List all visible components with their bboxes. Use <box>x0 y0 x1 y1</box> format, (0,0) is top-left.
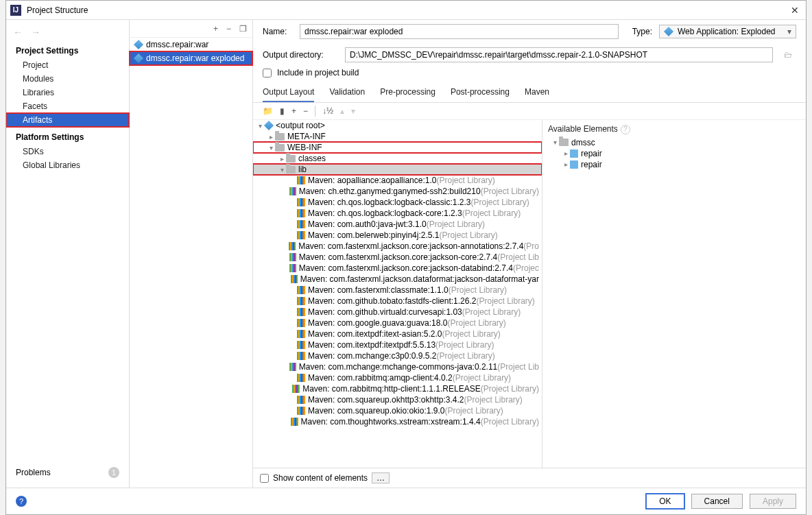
tree-root[interactable]: ▾ <output root> <box>253 120 542 131</box>
lib-name: Maven: com.itextpdf:itextpdf:5.5.13 <box>308 340 435 350</box>
tree-lib-item[interactable]: Maven: com.belerweb:pinyin4j:2.5.1 (Proj… <box>253 230 542 241</box>
tree-lib-item[interactable]: Maven: com.mchange:c3p0:0.9.5.2 (Project… <box>253 350 542 361</box>
tab-postprocessing[interactable]: Post-processing <box>451 84 510 102</box>
sidebar-item-facets[interactable]: Facets <box>6 99 129 113</box>
tab-output-layout[interactable]: Output Layout <box>263 84 314 102</box>
sort-icon[interactable]: ↓½ <box>322 106 333 116</box>
library-icon <box>289 363 296 371</box>
forward-icon[interactable]: → <box>31 27 40 38</box>
show-content-checkbox[interactable] <box>260 474 269 483</box>
library-icon <box>297 319 305 327</box>
name-input[interactable] <box>300 24 619 39</box>
remove-content-icon[interactable]: − <box>303 106 308 116</box>
sidebar-item-global-libraries[interactable]: Global Libraries <box>6 158 129 172</box>
type-select[interactable]: Web Application: Exploded ▾ <box>659 25 796 38</box>
tree-lib-item[interactable]: Maven: com.rabbitmq:http-client:1.1.1.RE… <box>253 383 542 394</box>
add-content-icon[interactable]: + <box>291 106 296 116</box>
help-button[interactable]: ? <box>16 496 27 507</box>
up-icon[interactable]: ▴ <box>340 106 344 116</box>
chevron-down-icon: ▾ <box>787 27 791 36</box>
tree-lib-item[interactable]: Maven: com.google.guava:guava:18.0 (Proj… <box>253 318 542 328</box>
artifact-detail-panel: Name: Type: Web Application: Exploded ▾ … <box>253 20 806 488</box>
lib-suffix: (Project Library) <box>444 406 503 416</box>
browse-folder-icon[interactable]: 🗁 <box>780 50 796 60</box>
back-icon[interactable]: ← <box>13 27 23 38</box>
lib-suffix: (Project Lib <box>497 252 539 262</box>
library-icon <box>297 308 305 316</box>
lib-name: Maven: com.rabbitmq:http-client:1.1.1.RE… <box>302 384 480 394</box>
settings-sidebar: ← → Project Settings Project Modules Lib… <box>6 20 130 488</box>
library-icon <box>297 286 305 294</box>
lib-suffix: (Project Library) <box>427 219 485 229</box>
remove-icon[interactable]: − <box>226 24 231 34</box>
avail-root[interactable]: ▾dmssc <box>548 137 800 148</box>
tree-lib-item[interactable]: Maven: com.itextpdf:itextpdf:5.5.13 (Pro… <box>253 339 542 350</box>
tree-lib-item[interactable]: Maven: com.github.tobato:fastdfs-client:… <box>253 296 542 307</box>
tab-maven[interactable]: Maven <box>525 84 549 102</box>
tree-lib-item[interactable]: Maven: com.squareup.okio:okio:1.9.0 (Pro… <box>253 405 542 416</box>
tab-validation[interactable]: Validation <box>329 84 365 102</box>
include-checkbox[interactable] <box>263 69 272 77</box>
module-icon <box>570 160 578 169</box>
down-icon[interactable]: ▾ <box>351 106 355 116</box>
apply-button[interactable]: Apply <box>750 494 796 509</box>
tree-webinf[interactable]: ▾WEB-INF <box>253 142 542 153</box>
tree-lib-item[interactable]: Maven: com.fasterxml.jackson.core:jackso… <box>253 241 542 252</box>
tree-lib-item[interactable]: Maven: com.thoughtworks.xstream:xstream:… <box>253 416 542 427</box>
add-icon[interactable]: + <box>213 24 218 34</box>
lib-name: Maven: com.mchange:c3p0:0.9.5.2 <box>308 351 436 361</box>
tree-lib-item[interactable]: Maven: aopalliance:aopalliance:1.0 (Proj… <box>253 175 542 186</box>
sidebar-item-sdks[interactable]: SDKs <box>6 145 129 158</box>
tree-lib-item[interactable]: Maven: ch.ethz.ganymed:ganymed-ssh2:buil… <box>253 186 542 197</box>
layout-toolbar: 📁 ▮ + − ↓½ ▴ ▾ <box>253 103 806 120</box>
tree-classes[interactable]: ▸classes <box>253 153 542 164</box>
lib-suffix: (Project Library) <box>481 417 539 427</box>
tree-lib-item[interactable]: Maven: com.auth0:java-jwt:3.1.0 (Project… <box>253 219 542 230</box>
copy-icon[interactable]: ❐ <box>239 24 247 34</box>
help-icon[interactable]: ? <box>621 125 630 134</box>
output-tree[interactable]: ▾ <output root> ▸META-INF ▾WEB-INF ▸clas… <box>253 120 542 468</box>
close-icon[interactable]: ✕ <box>788 5 802 16</box>
tree-lib[interactable]: ▾lib <box>253 164 542 175</box>
artifact-icon <box>134 40 143 49</box>
tree-lib-item[interactable]: Maven: ch.qos.logback:logback-core:1.2.3… <box>253 208 542 219</box>
avail-child[interactable]: ▸repair <box>548 148 800 159</box>
tree-lib-item[interactable]: Maven: com.squareup.okhttp3:okhttp:3.4.2… <box>253 394 542 405</box>
sidebar-item-modules[interactable]: Modules <box>6 72 129 86</box>
tree-lib-item[interactable]: Maven: ch.qos.logback:logback-classic:1.… <box>253 197 542 208</box>
tree-lib-item[interactable]: Maven: com.itextpdf:itext-asian:5.2.0 (P… <box>253 328 542 339</box>
tree-metainf[interactable]: ▸META-INF <box>253 131 542 142</box>
avail-child[interactable]: ▸repair <box>548 159 800 170</box>
tree-lib-item[interactable]: Maven: com.github.virtuald:curvesapi:1.0… <box>253 307 542 318</box>
lib-name: Maven: com.itextpdf:itext-asian:5.2.0 <box>308 329 442 339</box>
sidebar-item-libraries[interactable]: Libraries <box>6 86 129 99</box>
tree-lib-item[interactable]: Maven: com.mchange:mchange-commons-java:… <box>253 361 542 372</box>
outdir-input[interactable] <box>345 47 773 62</box>
cancel-button[interactable]: Cancel <box>691 494 743 509</box>
artifact-item-selected[interactable]: dmssc.repair:war exploded <box>130 51 252 65</box>
lib-name: Maven: com.fasterxml.jackson.core:jackso… <box>299 252 497 262</box>
artifact-item[interactable]: dmssc.repair:war <box>130 38 252 51</box>
folder-icon <box>286 155 296 163</box>
tree-lib-item[interactable]: Maven: com.fasterxml:classmate:1.1.0 (Pr… <box>253 285 542 296</box>
available-elements-panel: Available Elements? ▾dmssc ▸repair ▸repa… <box>542 120 806 468</box>
available-title: Available Elements <box>548 124 618 134</box>
sidebar-item-artifacts[interactable]: Artifacts <box>6 113 129 127</box>
new-folder-icon[interactable]: 📁 <box>263 106 273 116</box>
lib-suffix: (Project Library) <box>464 395 522 405</box>
section-project-settings: Project Settings <box>6 40 129 58</box>
tree-lib-item[interactable]: Maven: com.fasterxml.jackson.dataformat:… <box>253 274 542 285</box>
tree-lib-item[interactable]: Maven: com.fasterxml.jackson.core:jackso… <box>253 252 542 263</box>
problems-count-badge: 1 <box>108 467 119 478</box>
configure-button[interactable]: … <box>372 472 390 483</box>
tree-lib-item[interactable]: Maven: com.rabbitmq:amqp-client:4.0.2 (P… <box>253 372 542 383</box>
lib-name: Maven: com.thoughtworks.xstream:xstream:… <box>301 417 481 427</box>
ok-button[interactable]: OK <box>646 494 684 509</box>
sidebar-item-project[interactable]: Project <box>6 58 129 72</box>
lib-suffix: (Project Library) <box>449 285 507 295</box>
new-file-icon[interactable]: ▮ <box>280 106 285 116</box>
tab-preprocessing[interactable]: Pre-processing <box>380 84 435 102</box>
sidebar-item-problems[interactable]: Problems 1 <box>6 462 129 483</box>
tree-lib-item[interactable]: Maven: com.fasterxml.jackson.core:jackso… <box>253 263 542 274</box>
lib-name: Maven: com.squareup.okio:okio:1.9.0 <box>308 406 444 416</box>
